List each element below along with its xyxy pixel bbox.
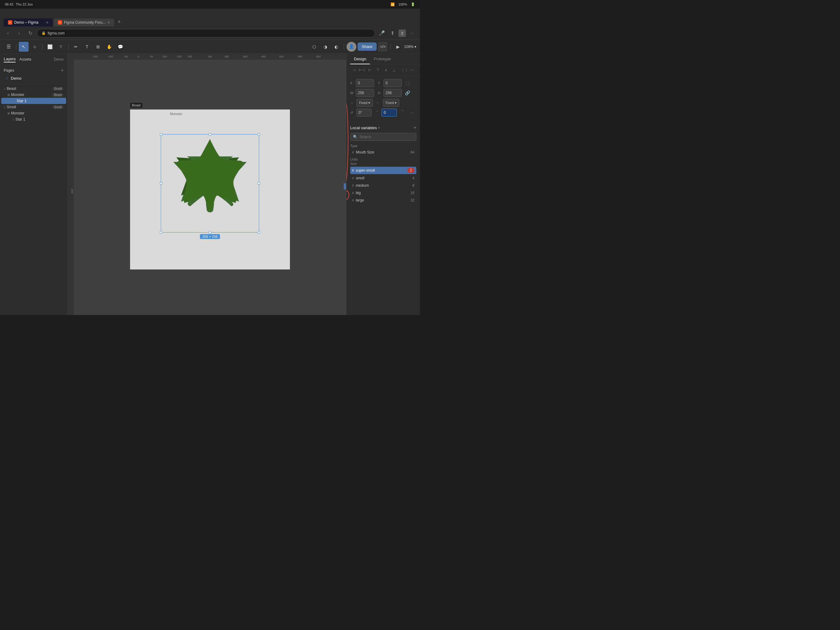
browser-chrome: F Demo – Figma ✕ F Figma Community Foru.… (0, 9, 420, 27)
share-button[interactable]: Share (358, 43, 377, 51)
circle-smoll-icon: ○ (12, 118, 14, 121)
layer-smoll[interactable]: □ Smoll Smoll (0, 104, 67, 110)
comment-tool-button[interactable]: 💬 (115, 42, 125, 52)
layer-monster-smoll[interactable]: ⊞ Monster (0, 110, 67, 116)
figma-favicon: F (8, 20, 12, 25)
var-mouthsize[interactable]: # Mouth Size 64 (350, 149, 416, 156)
layer-monster-beast[interactable]: ⊞ Monster Beast (0, 92, 67, 98)
fixed-w-button[interactable]: Fixed ▾ (356, 99, 373, 107)
handle-top-middle[interactable] (209, 133, 211, 136)
user-avatar[interactable]: 👤 (346, 42, 356, 52)
right-panel: Design Prototype ⊣ ⊢⊣ ⊢ ⊤ ≡ ⊥ ⋮⋮ ⋯ X 0 Y… (346, 54, 420, 315)
tabs-button[interactable]: 2 (398, 30, 406, 37)
resize-handle[interactable] (344, 184, 346, 190)
handle-bottom-left[interactable] (160, 231, 163, 233)
align-row: ⊣ ⊢⊣ ⊢ ⊤ ≡ ⊥ ⋮⋮ ⋯ (346, 65, 420, 76)
menu-button[interactable]: ☰ (4, 42, 14, 52)
ruler-600: 600 (316, 55, 321, 58)
move-tool-button[interactable]: ↖ (19, 42, 28, 52)
mic-button[interactable]: 🎤 (377, 29, 386, 38)
layers-tab[interactable]: Layers (4, 56, 16, 62)
lock-ratio-button[interactable]: 🔗 (404, 89, 411, 97)
figma-toolbar: ☰ ↖ ⊹ ⬜ ▽ ✏ T ⊞ ✋ 💬 ⬡ ◑ ◐ 👤 Share </> ▶ … (0, 40, 420, 54)
y-input[interactable]: 0 (384, 79, 402, 87)
url-input[interactable]: 🔒 figma.com (37, 29, 375, 38)
handle-bottom-right[interactable] (257, 231, 260, 233)
corner-mode-button[interactable]: ⌒ (399, 109, 406, 116)
large-name: large (356, 198, 411, 203)
code-button[interactable]: </> (378, 42, 388, 52)
shape-tool-button[interactable]: ▽ (56, 42, 66, 52)
ruler-350: 350 (224, 55, 229, 58)
text-tool-button[interactable]: T (82, 42, 92, 52)
tab1-close[interactable]: ✕ (46, 21, 49, 25)
h-input[interactable]: 256 (384, 89, 402, 97)
align-center-v-button[interactable]: ≡ (382, 66, 390, 74)
ruler-400: 400 (243, 55, 248, 58)
corner-radius-input[interactable] (382, 109, 397, 117)
align-bottom-button[interactable]: ⊥ (390, 66, 398, 74)
layer-star1-beast[interactable]: ○ Star 1 (1, 98, 66, 104)
share-url-button[interactable]: ⬆ (388, 29, 396, 38)
zoom-indicator[interactable]: 108% ▾ (404, 44, 416, 49)
handle-middle-right[interactable] (257, 182, 260, 185)
var-big[interactable]: # big 16 (350, 190, 416, 196)
var-smoll[interactable]: # smoll 4 (350, 175, 416, 182)
forward-button[interactable]: › (15, 29, 24, 38)
prototype-tab[interactable]: Prototype (370, 54, 395, 64)
artboard[interactable]: Monster (130, 109, 290, 269)
hand-tool-button[interactable]: ✋ (104, 42, 114, 52)
page-check-icon: ✓ (6, 76, 9, 81)
more-align-button[interactable]: ⋯ (409, 66, 416, 74)
more-options-button[interactable]: ··· (408, 109, 415, 116)
play-button[interactable]: ▶ (393, 42, 403, 52)
distribute-button[interactable]: ⋮⋮ (401, 66, 408, 74)
align-left-button[interactable]: ⊣ (350, 66, 358, 74)
reload-button[interactable]: ↻ (26, 29, 35, 38)
fixed-h-button[interactable]: Fixed ▾ (383, 99, 399, 107)
rotation-input[interactable] (356, 109, 372, 117)
pen-tool-button[interactable]: ✏ (71, 42, 81, 52)
browser-tab-community[interactable]: F Figma Community Foru... ✕ (54, 19, 114, 27)
page-item-demo[interactable]: ✓ Demo (4, 75, 64, 82)
align-center-h-button[interactable]: ⊢⊣ (358, 66, 366, 74)
handle-top-right[interactable] (257, 133, 260, 136)
browser-tab-figma[interactable]: F Demo – Figma ✕ (4, 19, 53, 27)
tab2-close[interactable]: ✕ (107, 21, 110, 25)
search-bar: 🔍 (350, 133, 416, 141)
var-super-smoll[interactable]: # super-smoll 2 (350, 167, 416, 174)
search-input[interactable] (359, 135, 414, 139)
x-input[interactable]: 0 (356, 79, 374, 87)
resize-mode-button[interactable]: ⬚ (404, 79, 411, 87)
add-page-button[interactable]: + (61, 68, 64, 73)
layer-star1-smoll[interactable]: ○ Star 1 (0, 116, 67, 122)
layers-section: □ Beast Smoll ⊞ Monster Beast ○ Star 1 □… (0, 84, 67, 315)
add-variable-button[interactable]: + (414, 125, 416, 130)
assets-tab[interactable]: Assets (19, 56, 32, 62)
resource-tool-button[interactable]: ⊞ (93, 42, 103, 52)
more-button[interactable]: ··· (408, 29, 416, 38)
ruler-neg50: -50 (124, 55, 128, 58)
browser-tabs: F Demo – Figma ✕ F Figma Community Foru.… (4, 9, 123, 27)
star-container[interactable]: 256 × 256 (161, 134, 259, 233)
component-button[interactable]: ⬡ (309, 42, 319, 52)
large-hash: # (352, 198, 354, 202)
canvas-area[interactable]: -150 -100 -50 0 50 100 150 200 256 350 4… (68, 54, 346, 315)
frame-tool-button[interactable]: ⬜ (45, 42, 55, 52)
align-right-button[interactable]: ⊢ (366, 66, 374, 74)
mask-button[interactable]: ◑ (321, 42, 330, 52)
boolean-button[interactable]: ◐ (332, 42, 341, 52)
handle-bottom-middle[interactable] (209, 231, 211, 233)
var-medium[interactable]: # medium 8 (350, 182, 416, 189)
back-button[interactable]: ‹ (4, 29, 12, 38)
handle-top-left[interactable] (160, 133, 163, 136)
align-top-button[interactable]: ⊤ (374, 66, 382, 74)
var-large[interactable]: # large 32 (350, 197, 416, 204)
scale-tool-button[interactable]: ⊹ (30, 42, 39, 52)
new-tab-button[interactable]: + (115, 17, 123, 27)
panel-breadcrumb[interactable]: Demo (54, 57, 64, 62)
handle-middle-left[interactable] (160, 182, 163, 185)
w-input[interactable]: 256 (356, 89, 374, 97)
layer-beast[interactable]: □ Beast Smoll (0, 85, 67, 92)
design-tab[interactable]: Design (350, 54, 370, 64)
